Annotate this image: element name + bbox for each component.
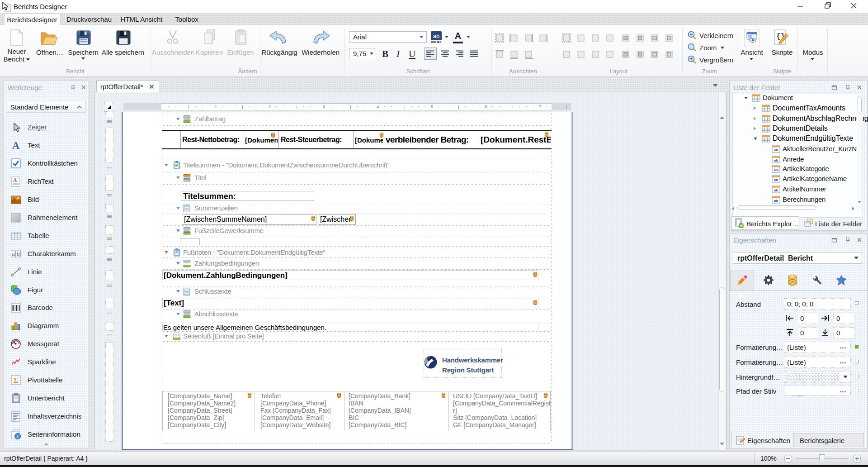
svg-text:ab: ab xyxy=(774,188,778,192)
svg-text:a: a xyxy=(12,251,15,257)
svg-text:A: A xyxy=(12,140,20,151)
svg-text:ab: ab xyxy=(774,148,778,152)
svg-text:ab: ab xyxy=(433,33,439,39)
svg-text:123: 123 xyxy=(774,168,778,172)
svg-text:A: A xyxy=(13,177,17,183)
svg-text:ab: ab xyxy=(774,178,778,182)
svg-text:ab: ab xyxy=(774,158,778,162)
svg-text:b: b xyxy=(17,251,19,257)
svg-text:Σ: Σ xyxy=(13,376,18,385)
svg-text:ab: ab xyxy=(774,199,778,203)
